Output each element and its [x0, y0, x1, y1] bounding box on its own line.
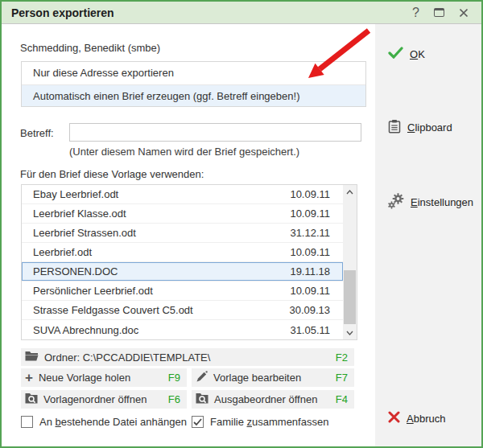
file-name: Strasse Feldgasse Couvert C5.odt — [33, 304, 283, 316]
button-fkey: F7 — [336, 372, 348, 384]
help-icon[interactable]: ? — [412, 6, 419, 19]
button-label: Ausgabeordner öffnen — [214, 393, 317, 405]
betreff-input[interactable] — [69, 123, 361, 142]
gears-icon — [388, 193, 404, 212]
file-name: SUVA Abrechnung.doc — [33, 324, 283, 336]
new-template-button[interactable]: + Neue Vorlage holen F9 — [21, 368, 187, 387]
file-name: PERSONEN.DOC — [33, 265, 283, 277]
folder-fkey: F2 — [336, 351, 348, 364]
checkbox-unchecked-icon[interactable] — [21, 416, 33, 428]
dialog-title: Person exportieren — [11, 6, 114, 19]
file-name: Leerbrief Klasse.odt — [33, 208, 283, 220]
file-date: 10.09.11 — [283, 246, 330, 258]
file-name: Leerbrief.odt — [33, 246, 283, 258]
button-fkey: F9 — [168, 372, 180, 384]
template-file-row[interactable]: Leerbrief.odt 10.09.11 — [22, 243, 343, 262]
folder-path-label: Ordner: C:\PCCADDIE\TEMPLATE\ — [44, 351, 210, 364]
settings-label: Einstellungen — [411, 196, 473, 208]
file-name: Leerbrief Strassen.odt — [33, 227, 283, 239]
cancel-label: Abbruch — [407, 413, 445, 425]
folder-search-icon — [196, 393, 208, 406]
check-icon — [388, 47, 403, 61]
template-file-row[interactable]: Leerbrief Strassen.odt 31.12.11 — [22, 224, 343, 243]
scroll-down-icon[interactable] — [343, 326, 357, 339]
action-panel: OK Clipboard — [375, 24, 481, 446]
template-file-row[interactable]: PERSONEN.DOC 19.11.18 — [22, 262, 343, 282]
option-auto-letter[interactable]: Automatisch einen Brief erzeugen (ggf. B… — [22, 84, 365, 106]
button-label: Neue Vorlage holen — [39, 372, 130, 384]
checkbox-label: An bestehende Datei anhängen — [39, 416, 187, 428]
scroll-up-icon[interactable] — [343, 185, 357, 199]
template-file-list: Ebay Leerbrief.odt 10.09.11 Leerbrief Kl… — [21, 184, 357, 340]
export-options-list: Nur diese Adresse exportieren Automatisc… — [21, 61, 366, 107]
betreff-hint: (Unter diesem Namen wird der Brief gespe… — [69, 146, 299, 158]
file-date: 19.11.18 — [283, 265, 330, 277]
folder-path-row[interactable]: Ordner: C:\PCCADDIE\TEMPLATE\ F2 — [21, 348, 354, 366]
checkbox-checked-icon[interactable] — [192, 416, 204, 428]
settings-button[interactable]: Einstellungen — [388, 193, 473, 212]
file-date: 30.09.13 — [283, 304, 330, 316]
file-date: 10.09.11 — [283, 188, 330, 200]
edit-template-button[interactable]: Vorlage bearbeiten F7 — [192, 368, 354, 387]
maximize-icon[interactable] — [434, 8, 444, 17]
open-template-folder-button[interactable]: Vorlagenordner öffnen F6 — [21, 390, 187, 409]
template-file-row[interactable]: Strasse Feldgasse Couvert C5.odt 30.09.1… — [22, 301, 343, 320]
button-label: Vorlagenordner öffnen — [43, 393, 147, 405]
ok-label: OK — [410, 48, 425, 60]
button-fkey: F4 — [336, 393, 348, 405]
scrollbar-thumb[interactable] — [344, 270, 356, 324]
checkbox-label: Familie zusammenfassen — [210, 416, 328, 428]
file-date: 10.09.11 — [283, 208, 330, 220]
append-to-file-checkbox[interactable]: An bestehende Datei anhängen — [21, 416, 187, 428]
betreff-label: Betreff: — [20, 127, 54, 139]
person-name: Schmedding, Benedikt (smbe) — [20, 42, 160, 54]
button-fkey: F6 — [168, 393, 180, 405]
pencil-icon — [196, 371, 208, 385]
template-file-row[interactable]: Leerbrief Klasse.odt 10.09.11 — [22, 204, 343, 224]
file-name: Persönlicher Leerbrief.odt — [33, 285, 283, 297]
red-x-icon — [388, 411, 400, 425]
file-date: 10.09.11 — [283, 285, 330, 297]
file-date: 31.05.11 — [283, 324, 330, 336]
template-file-row[interactable]: Persönlicher Leerbrief.odt 10.09.11 — [22, 282, 343, 301]
option-export-address-only[interactable]: Nur diese Adresse exportieren — [22, 62, 365, 84]
combine-family-checkbox[interactable]: Familie zusammenfassen — [192, 416, 328, 428]
dialog-person-exportieren: Person exportieren ? Schmedding, Benedik… — [0, 0, 483, 448]
close-icon[interactable] — [459, 8, 469, 18]
button-label: Vorlage bearbeiten — [213, 372, 301, 384]
folder-icon — [25, 351, 39, 364]
scrollbar[interactable] — [343, 185, 357, 339]
plus-icon: + — [25, 371, 33, 384]
clipboard-button[interactable]: Clipboard — [388, 119, 452, 136]
cancel-button[interactable]: Abbruch — [388, 411, 445, 425]
template-file-row[interactable]: Ebay Leerbrief.odt 10.09.11 — [22, 185, 343, 204]
folder-search-icon — [25, 393, 38, 406]
titlebar: Person exportieren ? — [2, 2, 481, 24]
template-file-row[interactable]: SUVA Abrechnung.doc 31.05.11 — [22, 320, 343, 339]
file-name: Ebay Leerbrief.odt — [33, 188, 283, 200]
clipboard-icon — [388, 119, 401, 136]
open-output-folder-button[interactable]: Ausgabeordner öffnen F4 — [192, 390, 354, 409]
template-section-label: Für den Brief diese Vorlage verwenden: — [20, 168, 204, 180]
file-date: 31.12.11 — [283, 227, 330, 239]
clipboard-label: Clipboard — [407, 121, 452, 134]
ok-button[interactable]: OK — [388, 47, 425, 61]
